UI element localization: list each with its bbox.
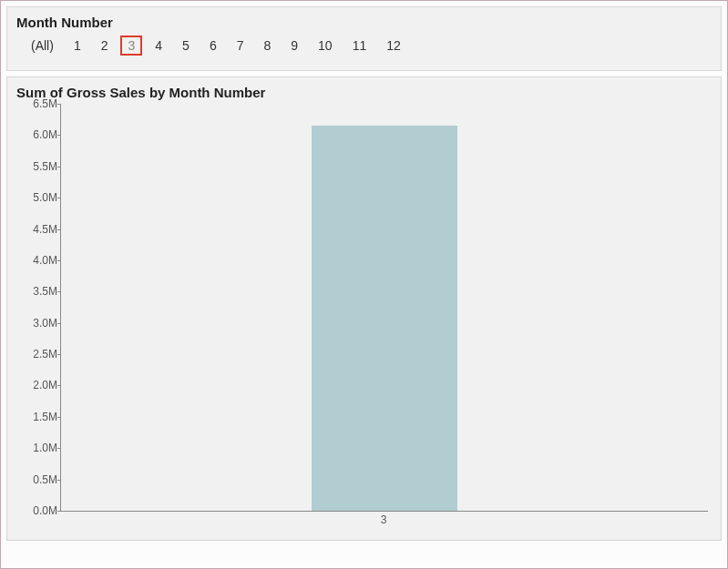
y-tick-label: 1.0M: [17, 442, 57, 454]
y-tick-label: 5.5M: [17, 160, 57, 173]
y-tick-label: 2.5M: [17, 348, 57, 361]
filter-panel: Month Number (All) 1 2 3 4 5 6 7 8 9 10 …: [6, 6, 722, 71]
filter-item-6[interactable]: 6: [202, 36, 224, 56]
x-axis-area: 3: [60, 512, 708, 530]
filter-item-7[interactable]: 7: [230, 36, 251, 56]
y-tick-label: 4.5M: [17, 223, 57, 236]
y-tick-label: 5.0M: [17, 191, 57, 204]
filter-item-5[interactable]: 5: [175, 36, 197, 56]
x-tick-label: 3: [381, 513, 387, 526]
filter-title: Month Number: [16, 15, 712, 30]
y-tick-label: 1.5M: [17, 411, 57, 423]
y-tick-label: 2.0M: [17, 379, 57, 391]
chart-title: Sum of Gross Sales by Month Number: [16, 85, 712, 100]
y-tick-label: 0.0M: [17, 504, 57, 517]
bar-3[interactable]: [312, 126, 457, 511]
filter-item-12[interactable]: 12: [379, 36, 408, 56]
filter-item-8[interactable]: 8: [256, 36, 278, 56]
filter-item-4[interactable]: 4: [148, 36, 169, 56]
filter-item-all[interactable]: (All): [24, 36, 61, 56]
y-tick-label: 4.0M: [17, 254, 57, 267]
filter-item-9[interactable]: 9: [283, 36, 305, 56]
y-tick-label: 6.0M: [17, 128, 57, 141]
plot-area: 0.0M0.5M1.0M1.5M2.0M2.5M3.0M3.5M4.0M4.5M…: [60, 104, 708, 512]
y-tick-label: 3.5M: [17, 285, 57, 298]
chart-panel: Sum of Gross Sales by Month Number 0.0M0…: [6, 76, 722, 541]
y-tick-label: 0.5M: [17, 473, 57, 486]
y-tick-label: 6.5M: [17, 97, 57, 110]
filter-item-2[interactable]: 2: [94, 36, 116, 56]
y-tick-label: 3.0M: [17, 317, 57, 330]
filter-item-1[interactable]: 1: [67, 36, 88, 56]
filter-item-10[interactable]: 10: [311, 36, 340, 56]
filter-row: (All) 1 2 3 4 5 6 7 8 9 10 11 12: [16, 36, 712, 56]
filter-item-11[interactable]: 11: [345, 36, 374, 56]
filter-item-3[interactable]: 3: [120, 36, 142, 56]
